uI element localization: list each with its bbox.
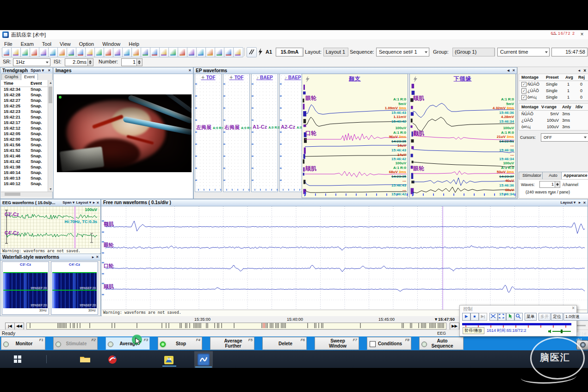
- play-button[interactable]: ▶: [462, 313, 470, 321]
- waves-input[interactable]: 1: [539, 181, 556, 188]
- ep-column-tof-1[interactable]: ✦ TOF右拇展 A:0 R:0: [223, 74, 250, 192]
- freerun-plot[interactable]: 额肌 眼轮 口轮 颏肌: [102, 206, 587, 310]
- cursor-lines-icon[interactable]: [247, 47, 257, 57]
- wave-edit-icon[interactable]: [94, 47, 105, 57]
- montage-row[interactable]: ✓¿ÚÂÖSingle10: [519, 87, 588, 94]
- menu-exam[interactable]: Exam: [17, 41, 38, 47]
- stimulate-icon[interactable]: [258, 48, 263, 56]
- wave-new-icon[interactable]: [104, 47, 114, 57]
- sr-select[interactable]: 1Hz: [13, 58, 50, 66]
- checkbox[interactable]: ✓: [521, 88, 526, 93]
- ep-column-baep-2[interactable]: ♪ BAEPA1-Cz A:0 R:0: [251, 74, 278, 192]
- title-bar[interactable]: 面肌痉挛 [术中] — 65 16/72 2 ×: [0, 30, 588, 40]
- montage-row[interactable]: ¿ÚÂÖ100uV3ms: [519, 117, 588, 124]
- video-icon[interactable]: [187, 47, 197, 57]
- number-input[interactable]: 1: [121, 58, 138, 66]
- montage-row[interactable]: ò¤¼¡100uV3ms: [519, 124, 588, 130]
- speaker-icon[interactable]: [159, 47, 169, 57]
- tab-appearance[interactable]: Appearance: [561, 172, 588, 180]
- freerun-header[interactable]: Free run waveforms ( 0.1s/div ) Layout ▾…: [101, 199, 588, 206]
- pause-button[interactable]: ▶|: [479, 313, 487, 321]
- multi-button[interactable]: 多开: [538, 313, 551, 321]
- waterfall-pane-c3[interactable]: C3'-Cz 95%SEF:20 95%SEF:20 30Hz: [2, 261, 49, 315]
- waterfall-pane-c4[interactable]: C4'-Cz 95%SEF:20 95%SEF:20 30Hz: [51, 261, 98, 315]
- ep-column-tof-0[interactable]: ✦ TOF左拇展 A:0 R:0: [195, 74, 222, 192]
- scroll-down-icon[interactable]: ▼: [49, 187, 52, 191]
- checkbox[interactable]: ✓: [521, 82, 526, 87]
- surgical-photo[interactable]: [57, 94, 192, 172]
- tab-graphs[interactable]: Graphs: [1, 74, 22, 81]
- wave-star-icon[interactable]: [131, 47, 142, 57]
- wave-next-icon[interactable]: [122, 47, 132, 57]
- isi-stepper[interactable]: [87, 58, 93, 66]
- scrollbar-thumb[interactable]: [5, 193, 20, 196]
- eeg-cursor[interactable]: [74, 206, 76, 248]
- close-icon[interactable]: ×: [97, 199, 99, 206]
- event-list[interactable]: 15:42:34Snap.15:42:28Snap.15:42:27Snap.1…: [1, 87, 48, 192]
- event-row[interactable]: 15:42:05Snap.: [1, 131, 48, 137]
- magnifier-icon[interactable]: [514, 313, 523, 321]
- copy-icon[interactable]: [196, 47, 206, 57]
- scroll-up-icon[interactable]: ▲: [49, 81, 52, 84]
- eeg-plot[interactable]: C3'-Cz C4'-Cz 100uV Hi:70Hz, TC:0.3s: [1, 206, 100, 248]
- monitor-button[interactable]: MonitorF1: [1, 337, 45, 350]
- menu-file[interactable]: File: [0, 41, 17, 47]
- more-icon[interactable]: ▸: [92, 254, 94, 260]
- checkbox[interactable]: ✓: [521, 95, 526, 100]
- event-row[interactable]: 15:41:38Snap.: [1, 165, 48, 170]
- layout-menu[interactable]: Layout: [561, 200, 573, 205]
- tab-auto-seq[interactable]: Auto Seq: [542, 172, 564, 180]
- wave-up-icon[interactable]: [113, 47, 123, 57]
- close-icon[interactable]: ×: [189, 68, 191, 74]
- ep-pane-1[interactable]: 下颌缘颏肌A:1 R:05mV4.32mV 3ms15:46:364.28mV1…: [409, 74, 516, 198]
- delete-button[interactable]: DeleteF6: [262, 337, 307, 350]
- stop-button[interactable]: ■: [470, 313, 479, 321]
- print-setup-icon[interactable]: [11, 47, 21, 57]
- menu-window[interactable]: Window: [98, 41, 124, 47]
- save-icon[interactable]: [20, 47, 31, 57]
- time-mode-select[interactable]: Current time: [497, 48, 550, 56]
- file-explorer-icon[interactable]: [80, 355, 91, 363]
- menu-help[interactable]: Help: [124, 41, 143, 47]
- stim-intensity-value[interactable]: 15.0mA: [276, 48, 303, 56]
- snapshot-icon[interactable]: [178, 47, 188, 57]
- app1-taskbar-button[interactable]: [161, 353, 178, 367]
- event-row[interactable]: 15:41:52Snap.: [1, 148, 48, 154]
- menu-view[interactable]: View: [56, 41, 75, 47]
- control-overlay-window[interactable]: 控制 × ▶ ■ ▶| 菜单 多开 定位 1.0倍速 暂停/播放 1614 时间…: [459, 305, 577, 336]
- collapse-icon[interactable]: ◂: [578, 68, 580, 73]
- close-icon[interactable]: ×: [583, 68, 586, 73]
- span-menu[interactable]: Span: [62, 200, 72, 205]
- notes-icon[interactable]: [150, 47, 160, 57]
- pointer-icon[interactable]: [506, 313, 514, 321]
- worklist-icon[interactable]: [57, 47, 68, 57]
- menu-option[interactable]: Option: [75, 41, 98, 47]
- more-icon[interactable]: ▸: [93, 199, 95, 206]
- waves-stepper[interactable]: [555, 181, 560, 188]
- close-icon[interactable]: ×: [96, 254, 99, 260]
- average-button[interactable]: AverageF3: [105, 337, 150, 350]
- compass-icon[interactable]: [168, 47, 179, 57]
- layout-menu[interactable]: Layout: [76, 200, 88, 205]
- close-button[interactable]: ×: [578, 31, 586, 38]
- start-button[interactable]: [14, 355, 21, 363]
- merge-icon[interactable]: [205, 47, 216, 57]
- app2-taskbar-button[interactable]: [194, 351, 213, 368]
- event-row[interactable]: 15:42:00Snap.: [1, 137, 48, 143]
- event-row[interactable]: 15:42:27Snap.: [1, 98, 48, 104]
- report-icon[interactable]: [30, 47, 40, 57]
- menu-tool[interactable]: Tool: [38, 41, 56, 47]
- stop-button[interactable]: StopF4: [158, 337, 202, 350]
- images-header[interactable]: Images ×: [54, 68, 193, 74]
- more-icon[interactable]: ▸: [579, 199, 581, 206]
- patient-icon[interactable]: [48, 47, 58, 57]
- montage-row[interactable]: ÑÛÂÖ5mV3ms: [519, 111, 588, 117]
- marker-icon[interactable]: [233, 47, 243, 57]
- event-row[interactable]: 15:42:34Snap.: [1, 87, 48, 93]
- montage-row[interactable]: ✓ÑÛÂÖSingle10: [519, 81, 588, 87]
- settings-icon[interactable]: [224, 47, 234, 57]
- montage-row[interactable]: ✓ò¤¼¡Single10: [519, 94, 588, 100]
- conditions-button[interactable]: ConditionsF8: [367, 337, 411, 350]
- overlay-volume-slider[interactable]: [548, 329, 572, 334]
- media-app-icon[interactable]: [107, 355, 118, 365]
